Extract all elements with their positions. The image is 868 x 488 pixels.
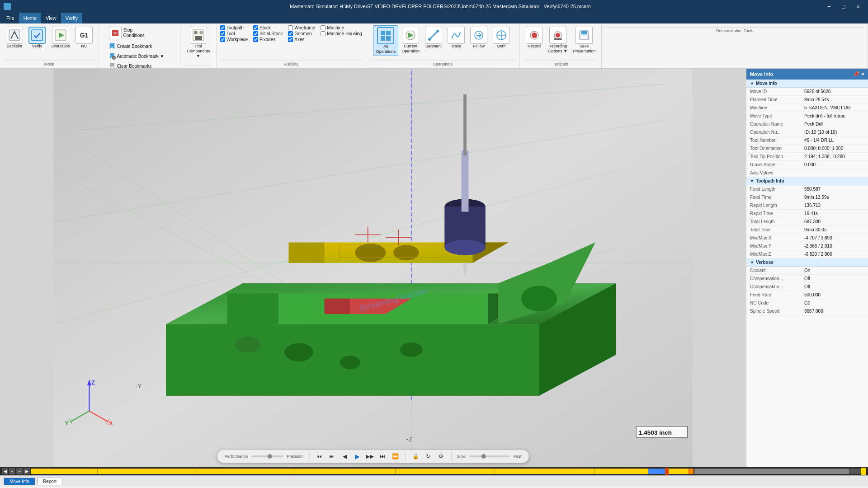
current-operation-button[interactable]: CurrentOperation: [399, 25, 422, 55]
prev-op-button[interactable]: ⏭: [327, 452, 336, 461]
close-button[interactable]: ×: [852, 1, 864, 11]
svg-text:1.4503 inch: 1.4503 inch: [639, 429, 672, 436]
move-info-tab[interactable]: Move Info: [4, 478, 35, 485]
maximize-button[interactable]: □: [837, 1, 850, 11]
gnomon-checkbox-row[interactable]: Gnomon: [288, 31, 315, 36]
gnomon-checkbox[interactable]: [288, 31, 293, 36]
close-panel-icon[interactable]: ×: [861, 71, 864, 77]
menu-home[interactable]: Home: [19, 13, 41, 23]
svg-rect-65: [462, 150, 469, 212]
progress-fwd-btn[interactable]: ▶: [24, 468, 30, 474]
machine-housing-checkbox[interactable]: [321, 31, 326, 36]
svg-point-1: [14, 32, 15, 33]
progress-minus-btn[interactable]: −: [9, 468, 15, 474]
secondary-progress-bar[interactable]: [694, 469, 866, 474]
progress-left-controls[interactable]: ◀ − + ▶: [2, 468, 30, 474]
precision-label: Precision: [287, 454, 303, 459]
clear-bookmarks-button[interactable]: Clear Bookmarks: [107, 61, 170, 69]
verify-button[interactable]: Verify: [26, 25, 48, 50]
progress-plus-btn[interactable]: +: [16, 468, 23, 474]
fixtures-checkbox-row[interactable]: Fixtures: [253, 37, 283, 42]
pin-icon[interactable]: 📌: [853, 71, 859, 77]
automatic-bookmark-button[interactable]: A Automatic Bookmark ▼: [107, 52, 170, 61]
main-progress-bar[interactable]: [31, 469, 693, 474]
right-panel: Move Info 📌 × ▼ Move Info Move ID 5626 o…: [746, 69, 868, 467]
next-op-button[interactable]: ⏭: [378, 452, 387, 461]
workpiece-checkbox-row[interactable]: Workpiece: [220, 37, 248, 42]
trace-button[interactable]: Trace: [445, 25, 467, 50]
performance-track[interactable]: [251, 455, 283, 457]
ribbon-visibility-group: Toolpath Tool Workpiece Stock: [217, 23, 366, 68]
wireframe-checkbox[interactable]: [288, 25, 293, 30]
nc-button[interactable]: G1 NC: [73, 25, 95, 50]
svg-point-12: [199, 31, 203, 34]
initial-stock-checkbox-row[interactable]: Initial Stock: [253, 31, 283, 36]
speed-slider[interactable]: [469, 455, 510, 457]
move-info-section-title: Move Info: [756, 81, 777, 86]
report-tab[interactable]: Report: [37, 478, 62, 485]
menu-view[interactable]: View: [41, 13, 61, 23]
save-presentation-button[interactable]: SavePresentation: [571, 25, 598, 55]
stock-checkbox[interactable]: [253, 25, 258, 30]
initial-stock-checkbox[interactable]: [253, 31, 258, 36]
toolpath-checkbox-row[interactable]: Toolpath: [220, 25, 248, 30]
toolpath-group-label: Toolpath: [524, 61, 598, 66]
stop-conditions-button[interactable]: Stop Conditions: [107, 25, 170, 41]
clear-bookmarks-label: Clear Bookmarks: [117, 64, 152, 69]
lock-button[interactable]: 🔒: [411, 452, 420, 461]
svg-point-23: [436, 30, 439, 33]
svg-rect-34: [581, 31, 587, 34]
step-fwd-button[interactable]: ▶▶: [365, 452, 374, 461]
verbose-section-header[interactable]: ▼ Verbose: [746, 258, 868, 267]
toolpath-info-section-header[interactable]: ▼ Toolpath Info: [746, 177, 868, 185]
viewport[interactable]: StreamingTeacher -Y -Z Z X Y: [0, 69, 746, 467]
visibility-col-2: Stock Initial Stock Fixtures: [253, 25, 283, 59]
fixtures-checkbox[interactable]: [253, 37, 258, 42]
tool-checkbox-row[interactable]: Tool: [220, 31, 248, 36]
svg-rect-35: [581, 36, 587, 39]
machine-checkbox[interactable]: [321, 25, 326, 30]
axes-checkbox-row[interactable]: Axes: [288, 37, 315, 42]
both-button[interactable]: Both: [491, 25, 512, 50]
rapid-length-label: Rapid Length: [750, 203, 804, 208]
speed-track[interactable]: [469, 455, 510, 457]
backplot-button[interactable]: Backplot: [4, 25, 25, 50]
follow-button[interactable]: Follow: [468, 25, 490, 50]
machine-checkbox-row[interactable]: Machine: [321, 25, 362, 30]
skip-start-button[interactable]: ⏮: [315, 452, 324, 461]
toolpath-checkbox[interactable]: [220, 25, 225, 30]
feed-time-label: Feed Time: [750, 195, 804, 200]
minimize-button[interactable]: −: [823, 1, 835, 11]
performance-thumb[interactable]: [267, 454, 272, 459]
all-operations-button[interactable]: AllOperations: [373, 25, 398, 56]
performance-slider[interactable]: [251, 455, 283, 457]
axes-checkbox[interactable]: [288, 37, 293, 42]
create-bookmark-button[interactable]: Create Bookmark: [107, 42, 170, 51]
recording-options-button[interactable]: RecordingOptions ▼: [546, 25, 570, 55]
stock-checkbox-row[interactable]: Stock: [253, 25, 283, 30]
feed-length-label: Feed Length: [750, 187, 804, 192]
operation-num-row: Operation Nu... ID: 10 (10 of 10): [746, 128, 868, 136]
wireframe-checkbox-row[interactable]: Wireframe: [288, 25, 315, 30]
tool-components-button[interactable]: ToolComponents ▼: [185, 25, 212, 60]
refresh-button[interactable]: ↻: [424, 452, 433, 461]
simulation-button[interactable]: Simulation: [49, 25, 72, 50]
progress-rewind-btn[interactable]: ◀: [2, 468, 8, 474]
panel-buttons[interactable]: 📌 ×: [853, 71, 864, 77]
workpiece-checkbox[interactable]: [220, 37, 225, 42]
segment-button[interactable]: Segment: [423, 25, 444, 50]
window-controls[interactable]: − □ ×: [823, 1, 864, 11]
skip-end-button[interactable]: ⏩: [391, 452, 400, 461]
menu-verify[interactable]: Verify: [61, 13, 83, 23]
play-button[interactable]: ▶: [353, 452, 362, 461]
tool-checkbox[interactable]: [220, 31, 225, 36]
settings-button[interactable]: ⚙: [436, 452, 445, 461]
menu-file[interactable]: File: [2, 13, 19, 23]
svg-point-31: [556, 33, 560, 38]
speed-thumb[interactable]: [481, 454, 486, 459]
move-info-section-header[interactable]: ▼ Move Info: [746, 80, 868, 88]
svg-rect-15: [386, 31, 391, 35]
record-button[interactable]: Record: [524, 25, 545, 50]
step-back-button[interactable]: ◀: [340, 452, 349, 461]
machine-housing-checkbox-row[interactable]: Machine Housing: [321, 31, 362, 36]
